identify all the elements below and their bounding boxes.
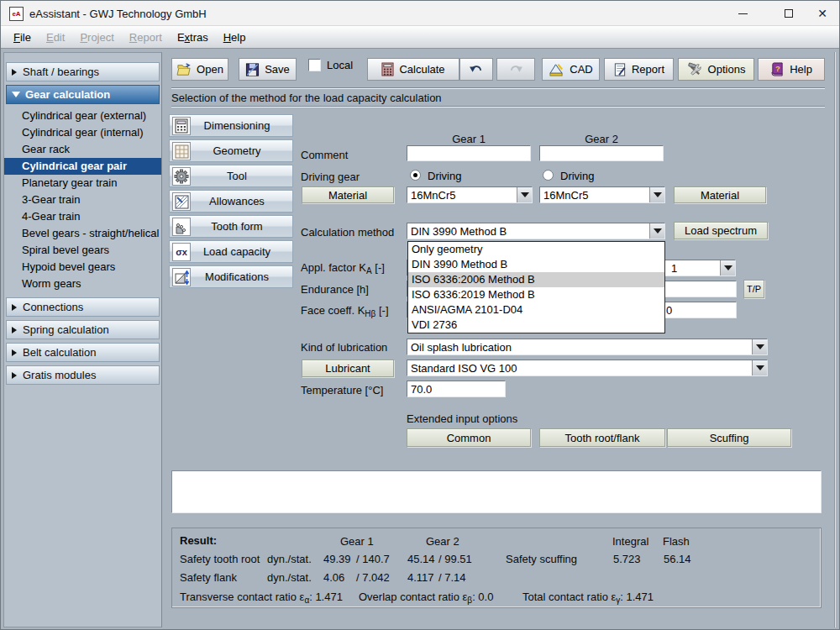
lubricant-button[interactable]: Lubricant bbox=[302, 360, 394, 377]
cad-label: CAD bbox=[570, 63, 592, 76]
calculate-button[interactable]: Calculate bbox=[367, 58, 459, 81]
lubrication-select[interactable]: Oil splash lubrication bbox=[407, 339, 768, 355]
extended-options-label: Extended input options bbox=[407, 412, 517, 425]
save-button[interactable]: Save bbox=[239, 58, 297, 81]
safety-tooth-root-label: Safety tooth root bbox=[180, 553, 260, 565]
title-bar: eA eAssistant - GWJ Technology GmbH ✕ bbox=[1, 1, 839, 26]
chevron-right-icon bbox=[12, 327, 17, 333]
sidebar-section-belt-calculation[interactable]: Belt calculation bbox=[6, 343, 160, 362]
dropdown-arrow-icon[interactable] bbox=[752, 339, 767, 354]
sidebar-section-spring-calculation[interactable]: Spring calculation bbox=[6, 320, 160, 339]
app-icon: eA bbox=[9, 7, 24, 21]
sidebar-item-spiral-bevel-gears[interactable]: Spiral bevel gears bbox=[4, 242, 161, 259]
open-button[interactable]: Open bbox=[171, 58, 228, 81]
menu-project[interactable]: Project bbox=[72, 29, 121, 46]
dropdown-option-ansi-agma[interactable]: ANSI/AGMA 2101-D04 bbox=[408, 302, 664, 318]
result-title: Result: bbox=[180, 534, 217, 547]
calculation-method-select[interactable]: DIN 3990 Method B bbox=[407, 223, 665, 239]
tooth-root-flank-button[interactable]: Tooth root/flank bbox=[539, 428, 665, 447]
dropdown-arrow-icon[interactable] bbox=[752, 360, 767, 375]
material-gear2-select[interactable]: 16MnCr5 bbox=[539, 186, 665, 203]
menu-extras[interactable]: Extras bbox=[170, 29, 216, 46]
modifications-button[interactable]: Modifications bbox=[169, 265, 293, 288]
redo-button[interactable] bbox=[496, 58, 535, 81]
tooth-form-button[interactable]: Tooth form bbox=[169, 215, 293, 238]
sidebar-item-3-gear-train[interactable]: 3-Gear train bbox=[4, 192, 161, 208]
sidebar-item-gear-rack[interactable]: Gear rack bbox=[4, 141, 161, 158]
result-col-integral: Integral bbox=[612, 535, 648, 548]
menu-report[interactable]: Report bbox=[122, 29, 170, 46]
sidebar-item-planetary-gear-train[interactable]: Planetary gear train bbox=[4, 175, 161, 192]
scuffing-button[interactable]: Scuffing bbox=[667, 428, 791, 447]
undo-icon bbox=[469, 64, 484, 76]
dropdown-arrow-icon[interactable] bbox=[649, 223, 664, 239]
comment-label: Comment bbox=[301, 149, 348, 161]
sidebar-item-4-gear-train[interactable]: 4-Gear train bbox=[4, 208, 161, 225]
dropdown-option-iso-6336-2006[interactable]: ISO 6336:2006 Method B bbox=[408, 272, 664, 287]
options-button[interactable]: Options bbox=[678, 58, 754, 81]
sidebar-item-cylindrical-gear-pair[interactable]: Cylindrical gear pair bbox=[4, 158, 161, 175]
menu-file[interactable]: File bbox=[6, 29, 39, 46]
sidebar-item-bevel-gears[interactable]: Bevel gears - straight/helical bbox=[4, 225, 161, 242]
dropdown-arrow-icon[interactable] bbox=[649, 187, 664, 202]
cad-button[interactable]: CAD bbox=[542, 58, 600, 81]
sidebar-section-connections[interactable]: Connections bbox=[6, 297, 160, 317]
sidebar-item-hypoid-bevel-gears[interactable]: Hypoid bevel gears bbox=[4, 259, 161, 276]
geometry-button[interactable]: Geometry bbox=[169, 139, 293, 162]
sidebar-item-cylindrical-gear-internal[interactable]: Cylindrical gear (internal) bbox=[4, 124, 161, 141]
material-gear1-button[interactable]: Material bbox=[302, 186, 394, 203]
redo-icon bbox=[508, 64, 523, 76]
sidebar: Shaft / bearings Gear calculation Cylind… bbox=[3, 52, 162, 627]
open-label: Open bbox=[197, 63, 223, 76]
load-capacity-button[interactable]: σx Load capacity bbox=[169, 240, 293, 263]
driving-gear-label: Driving gear bbox=[301, 171, 360, 183]
lubricant-select[interactable]: Standard ISO VG 100 bbox=[407, 360, 768, 376]
face-coefficient-label: Face coeff. KHβ [-] bbox=[301, 304, 389, 318]
comment-gear1-input[interactable] bbox=[407, 145, 531, 161]
dropdown-option-iso-6336-2019[interactable]: ISO 6336:2019 Method B bbox=[408, 287, 664, 302]
sidebar-item-cylindrical-gear-external[interactable]: Cylindrical gear (external) bbox=[4, 108, 161, 124]
geometry-grid-icon bbox=[172, 142, 191, 160]
menu-edit[interactable]: Edit bbox=[39, 29, 72, 46]
close-icon: ✕ bbox=[817, 8, 827, 19]
driving-gear1-radio[interactable] bbox=[410, 170, 421, 181]
dimensioning-button[interactable]: Dimensioning bbox=[169, 114, 293, 137]
help-book-icon: ? bbox=[770, 62, 785, 76]
minimize-button[interactable] bbox=[726, 1, 759, 26]
sidebar-section-gear-calculation[interactable]: Gear calculation bbox=[6, 85, 160, 104]
sidebar-item-worm-gears[interactable]: Worm gears bbox=[4, 276, 161, 292]
cad-drawing-icon bbox=[549, 62, 564, 76]
tp-toggle-button[interactable]: T/P bbox=[743, 280, 764, 298]
close-button[interactable]: ✕ bbox=[806, 1, 839, 26]
dropdown-arrow-icon[interactable] bbox=[517, 187, 532, 202]
calculator-icon bbox=[381, 62, 394, 76]
dropdown-arrow-icon[interactable] bbox=[720, 260, 735, 276]
safety-flank-mode: dyn./stat. bbox=[267, 571, 312, 584]
app-window: eA eAssistant - GWJ Technology GmbH ✕ Fi… bbox=[0, 0, 840, 630]
help-button[interactable]: ? Help bbox=[758, 58, 825, 81]
load-spectrum-button[interactable]: Load spectrum bbox=[674, 222, 768, 239]
calculate-label: Calculate bbox=[399, 63, 444, 76]
page-title: Selection of the method for the load cap… bbox=[171, 92, 442, 104]
report-button[interactable]: Report bbox=[604, 58, 674, 81]
driving-gear2-radio[interactable] bbox=[543, 170, 554, 181]
sidebar-section-shaft-bearings[interactable]: Shaft / bearings bbox=[6, 62, 160, 81]
dropdown-option-vdi-2736[interactable]: VDI 2736 bbox=[408, 318, 664, 333]
temperature-input[interactable] bbox=[407, 381, 506, 397]
allowances-button[interactable]: Allowances bbox=[169, 190, 293, 213]
dropdown-option-only-geometry[interactable]: Only geometry bbox=[408, 242, 664, 257]
local-label: Local bbox=[327, 59, 353, 71]
local-checkbox[interactable] bbox=[308, 59, 321, 71]
comment-gear2-input[interactable] bbox=[539, 145, 664, 161]
dropdown-option-din-3990[interactable]: DIN 3990 Method B bbox=[408, 257, 664, 272]
menu-help[interactable]: Help bbox=[216, 29, 254, 46]
common-button[interactable]: Common bbox=[407, 428, 531, 447]
result-col-gear1: Gear 1 bbox=[340, 535, 374, 548]
maximize-button[interactable] bbox=[772, 1, 806, 26]
undo-button[interactable] bbox=[459, 58, 493, 81]
total-contact-ratio: Total contact ratio εγ: 1.471 bbox=[522, 591, 654, 605]
sidebar-section-gratis-modules[interactable]: Gratis modules bbox=[6, 365, 160, 385]
material-gear2-button[interactable]: Material bbox=[674, 186, 766, 203]
material-gear1-select[interactable]: 16MnCr5 bbox=[407, 186, 533, 203]
tool-button[interactable]: Tool bbox=[169, 165, 293, 187]
